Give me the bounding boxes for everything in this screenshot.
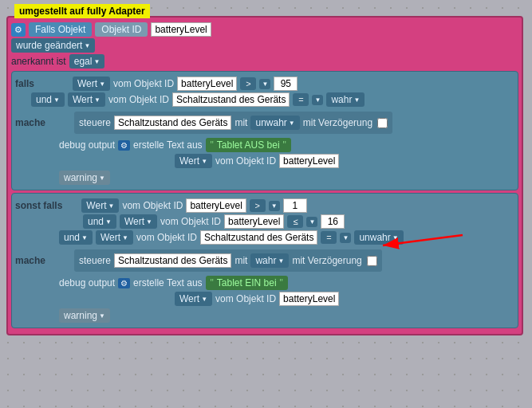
header-row: ⚙ Falls Objekt Objekt ID batteryLevel xyxy=(11,22,518,37)
sf-mache-label: mache xyxy=(15,255,55,266)
sf-vom-objekt-debug: vom Objekt ID xyxy=(215,293,276,304)
value-16-sf[interactable]: 16 xyxy=(321,214,345,229)
battery-sf-2[interactable]: batteryLevel xyxy=(224,214,284,229)
sf-mit-verzogerung: mit Verzögerung xyxy=(292,255,361,266)
unwahr-dropdown-sf[interactable]: unwahr xyxy=(354,230,403,245)
debug-wert-row-1: Wert vom Objekt ID batteryLevel xyxy=(175,154,514,168)
eq-operator-sf[interactable]: = xyxy=(321,231,337,244)
le-dropdown-sf[interactable] xyxy=(306,217,317,227)
eq-dropdown-1[interactable] xyxy=(312,95,323,105)
sf-battery-debug[interactable]: batteryLevel xyxy=(279,292,339,306)
debug-row-1: debug output ⚙ erstelle Text aus " Table… xyxy=(59,138,514,152)
wahr-dropdown-sf[interactable]: wahr xyxy=(250,253,289,268)
wurde-geandert-dropdown[interactable]: wurde geändert xyxy=(11,38,95,53)
mit-verzogerung-1: mit Verzögerung xyxy=(303,117,372,128)
tablet-aus-text: " Tablet AUS bei " xyxy=(206,138,291,152)
sonst-falls-label: sonst falls xyxy=(15,200,62,211)
erstelle-text-1: erstelle Text aus xyxy=(133,139,203,151)
steuere-label: steuere xyxy=(79,117,111,128)
sonst-falls-block: sonst falls Wert vom Objekt ID batteryLe… xyxy=(11,193,518,328)
sf-und-row-2: und Wert vom Objekt ID Schaltzustand des… xyxy=(59,230,514,245)
vom-objekt-id-text-1: vom Objekt ID xyxy=(113,78,174,89)
sf-debug-label: debug output xyxy=(59,277,115,288)
gt-dropdown-1[interactable] xyxy=(259,79,270,89)
falls-objekt-label: Falls Objekt xyxy=(29,22,92,37)
wert-dropdown-sf-2[interactable]: Wert xyxy=(120,214,157,229)
le-operator-sf[interactable]: ≤ xyxy=(287,215,303,228)
debug-gear-1[interactable]: ⚙ xyxy=(118,140,130,151)
egal-dropdown[interactable]: egal xyxy=(69,54,105,69)
und-dropdown-sf-1[interactable]: und xyxy=(83,214,116,229)
sf-und-row-1: und Wert vom Objekt ID batteryLevel ≤ 16 xyxy=(83,214,514,229)
sf-mache-label-row: mache steuere Schaltzustand des Geräts m… xyxy=(15,248,514,273)
falls-label-row: falls Wert vom Objekt ID batteryLevel > … xyxy=(15,76,514,91)
sf-erstelle-text: erstelle Text aus xyxy=(133,277,203,288)
verzogerung-checkbox-1[interactable] xyxy=(377,118,388,128)
und-dropdown-1[interactable]: und xyxy=(31,92,65,107)
wert-dropdown-1[interactable]: Wert xyxy=(73,76,110,91)
sf-debug-gear[interactable]: ⚙ xyxy=(118,278,130,288)
wert-dropdown-sf-1[interactable]: Wert xyxy=(81,198,119,213)
value-95[interactable]: 95 xyxy=(274,76,298,91)
sf-wert-dropdown-debug[interactable]: Wert xyxy=(175,292,212,306)
und-dropdown-sf-2[interactable]: und xyxy=(59,230,93,245)
wert-dropdown-debug-1[interactable]: Wert xyxy=(175,154,212,168)
sonst-falls-row: sonst falls Wert vom Objekt ID batteryLe… xyxy=(15,198,514,213)
value-1-sf[interactable]: 1 xyxy=(283,198,307,213)
battery-sf-1[interactable]: batteryLevel xyxy=(186,198,246,213)
sf-debug-wert-row: Wert vom Objekt ID batteryLevel xyxy=(175,292,514,306)
gear-badge[interactable]: ⚙ xyxy=(11,23,26,37)
wurde-row: wurde geändert xyxy=(11,38,518,53)
wert-dropdown-2[interactable]: Wert xyxy=(68,92,105,107)
und-row-1: und Wert vom Objekt ID Schaltzustand des… xyxy=(31,92,514,107)
sf-mit-label: mit xyxy=(234,255,247,266)
schaltzustand-1[interactable]: Schaltzustand des Geräts xyxy=(172,92,290,107)
battery-id-1[interactable]: batteryLevel xyxy=(177,76,237,91)
falls-condition-block: falls Wert vom Objekt ID batteryLevel > … xyxy=(11,71,518,190)
wahr-dropdown-1[interactable]: wahr xyxy=(326,92,365,107)
tablet-ein-text: " Tablet EIN bei " xyxy=(206,276,288,290)
gt-operator-1[interactable]: > xyxy=(240,77,256,90)
debug-label-1: debug output xyxy=(59,139,115,151)
mit-label-1: mit xyxy=(234,117,247,128)
adapter-banner: umgestellt auf fully Adapter xyxy=(14,4,150,18)
eq-dropdown-sf[interactable] xyxy=(340,233,351,243)
unwahr-dropdown[interactable]: unwahr xyxy=(250,116,299,130)
mache-label: mache xyxy=(15,117,55,128)
battery-level-value[interactable]: batteryLevel xyxy=(151,22,211,37)
battery-debug-1[interactable]: batteryLevel xyxy=(279,154,339,168)
vom-objekt-id-text-2: vom Objekt ID xyxy=(108,94,169,105)
anerkannt-row: anerkannt ist egal xyxy=(11,54,518,69)
sf-debug-row: debug output ⚙ erstelle Text aus " Table… xyxy=(59,276,514,290)
objekt-id-label: Objekt ID xyxy=(95,22,148,37)
warning-row-1: warning xyxy=(59,171,514,185)
warning-button-2[interactable]: warning xyxy=(59,308,110,323)
mache-label-row: mache steuere Schaltzustand des Geräts m… xyxy=(15,110,514,135)
eq-operator-1[interactable]: = xyxy=(293,93,309,106)
sf-warning-row: warning xyxy=(59,308,514,323)
vom-objekt-sf-1: vom Objekt ID xyxy=(122,200,183,211)
verzogerung-checkbox-sf[interactable] xyxy=(367,256,377,266)
sf-steuere-block: steuere Schaltzustand des Geräts mit wah… xyxy=(74,249,382,272)
mache-section: mache steuere Schaltzustand des Geräts m… xyxy=(15,110,514,185)
schaltzustand-sf[interactable]: Schaltzustand des Geräts xyxy=(200,230,317,245)
banner-text: umgestellt auf fully Adapter xyxy=(19,6,145,17)
gt-dropdown-sf[interactable] xyxy=(269,201,280,211)
sf-mache-section: mache steuere Schaltzustand des Geräts m… xyxy=(15,248,514,323)
main-rule-block: ⚙ Falls Objekt Objekt ID batteryLevel wu… xyxy=(6,16,523,335)
falls-label: falls xyxy=(15,78,55,89)
schaltzustand-sf-2[interactable]: Schaltzustand des Geräts xyxy=(114,253,231,268)
steuere-block: steuere Schaltzustand des Geräts mit unw… xyxy=(74,112,392,134)
schaltzustand-2[interactable]: Schaltzustand des Geräts xyxy=(114,116,231,130)
sf-steuere-label: steuere xyxy=(79,255,111,266)
gt-operator-sf[interactable]: > xyxy=(250,199,266,212)
wert-dropdown-sf-3[interactable]: Wert xyxy=(96,230,133,245)
vom-objekt-debug-1: vom Objekt ID xyxy=(215,155,276,167)
anerkannt-label: anerkannt ist xyxy=(11,56,66,67)
vom-objekt-sf-3: vom Objekt ID xyxy=(136,232,197,243)
vom-objekt-sf-2: vom Objekt ID xyxy=(160,216,221,227)
warning-button-1[interactable]: warning xyxy=(59,171,110,185)
